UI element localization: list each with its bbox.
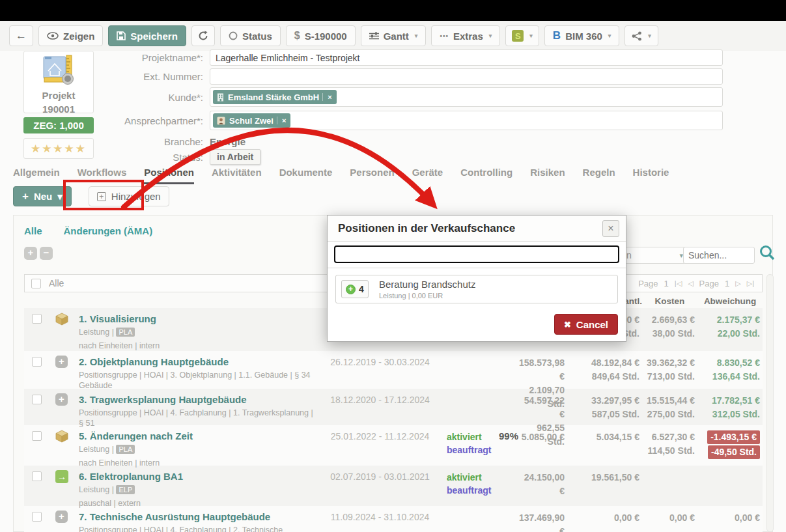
tab-workflows[interactable]: Workflows <box>77 167 127 184</box>
ansprechpartner-field[interactable]: Schul Zwei × <box>210 111 723 130</box>
add-item-count-button[interactable]: + 4 <box>341 280 369 298</box>
speichern-label: Speichern <box>130 31 178 42</box>
bim360-icon: B <box>553 29 561 42</box>
value-anteil: 0,00 € <box>567 506 642 532</box>
refresh-button[interactable] <box>191 25 215 46</box>
expand-all-button[interactable]: + <box>24 247 37 260</box>
gantt-button[interactable]: Gantt ▾ <box>361 25 427 46</box>
position-title-link[interactable]: 7. Technische Ausrüstung Hauptgebäude <box>79 511 315 523</box>
bim360-label: BIM 360 <box>565 31 602 42</box>
sales-number-button[interactable]: $ S-190000 <box>286 25 356 46</box>
row-checkbox[interactable] <box>32 431 42 441</box>
green-arrow-icon: → <box>55 470 68 483</box>
row-checkbox[interactable] <box>32 357 42 367</box>
value-abweichung: 0,00 € <box>697 506 763 532</box>
position-percent <box>499 506 518 532</box>
remove-ansprechpartner-icon[interactable]: × <box>277 117 290 124</box>
neu-button[interactable]: + Neu ▾ <box>13 186 72 206</box>
speichern-button[interactable]: Speichern <box>108 25 186 46</box>
position-status-cell <box>430 506 499 532</box>
share-icon <box>632 31 642 41</box>
expand-plus-icon[interactable]: + <box>55 511 68 523</box>
expand-plus-icon[interactable]: + <box>55 393 68 406</box>
position-title-link[interactable]: 1. Visualisierung <box>79 313 315 325</box>
vertical-scrollbar[interactable] <box>766 274 774 532</box>
collapse-all-button[interactable]: − <box>40 247 53 260</box>
position-title-link[interactable]: 6. Elektroplanung BA1 <box>79 470 315 483</box>
value-abweichung: -1.493,15 €-49,50 Std. <box>697 425 763 468</box>
select-all-checkbox[interactable] <box>31 279 41 288</box>
tab-risiken[interactable]: Risiken <box>530 167 565 184</box>
position-subtitle: Leistung | PLA <box>79 444 315 455</box>
position-title-link[interactable]: 5. Änderungen nach Zeit <box>79 430 315 442</box>
row-checkbox[interactable] <box>32 471 42 481</box>
projektname-field[interactable] <box>210 49 723 66</box>
pagination-nav-icon[interactable]: ▷| <box>747 279 754 288</box>
kunde-tag: Emsland Stärke GmbH × <box>213 90 337 104</box>
ext-nummer-field[interactable] <box>210 68 723 85</box>
main-toolbar: ← Zeigen Speichern Status $ S-190000 Gan… <box>0 21 786 51</box>
expand-plus-icon[interactable]: + <box>55 356 68 368</box>
value-kosten-line: 0,00 € <box>642 511 695 525</box>
value-abweichung-line: -49,50 Std. <box>697 445 760 460</box>
modal-close-button[interactable]: × <box>602 220 619 237</box>
chevron-down-icon: ▾ <box>489 33 492 39</box>
sales-number-label: S-190000 <box>305 31 347 42</box>
status-button[interactable]: Status <box>220 25 281 46</box>
value-anteil-line: 33.297,95 € <box>567 394 639 408</box>
cancel-button[interactable]: ✖ Cancel <box>554 314 618 335</box>
item-title: Beratung Brandschutz <box>379 279 475 290</box>
pagination-nav-icon[interactable]: ◁ <box>688 279 693 288</box>
column-header-abweichung: Abweichung <box>697 296 763 306</box>
extras-label: Extras <box>453 31 483 42</box>
kunde-field[interactable]: Emsland Stärke GmbH × <box>210 87 723 107</box>
tab-regeln[interactable]: Regeln <box>583 167 615 184</box>
remove-kunde-icon[interactable]: × <box>322 93 336 101</box>
value-abweichung-line: 22,00 Std. <box>697 327 760 341</box>
tab-aktivitäten[interactable]: Aktivitäten <box>212 167 262 184</box>
bim360-button[interactable]: B BIM 360 ▾ <box>544 25 620 46</box>
hinzufuegen-button[interactable]: + Hinzufügen <box>89 186 169 206</box>
neu-label: Neu <box>34 191 52 202</box>
tab-geräte[interactable]: Geräte <box>412 167 443 184</box>
tab-controlling[interactable]: Controlling <box>460 167 512 184</box>
zeigen-button[interactable]: Zeigen <box>38 25 103 46</box>
position-title-cell: 6. Elektroplanung BA1Leistung | ELPpausc… <box>79 466 330 508</box>
tab-allgemein[interactable]: Allgemein <box>13 167 60 184</box>
extras-button[interactable]: ••• Extras ▾ <box>431 25 500 46</box>
filter-alle[interactable]: Alle <box>24 225 42 236</box>
position-title-link[interactable]: 2. Objektplanung Hauptgebäude <box>79 356 315 368</box>
filter-aenderungen[interactable]: Änderungen (ÄMA) <box>64 225 153 236</box>
row-checkbox[interactable] <box>32 512 42 522</box>
value-abweichung-line: 312,05 Std. <box>697 408 760 421</box>
share-button[interactable]: ▾ <box>625 25 658 46</box>
boxed-plus-icon: + <box>97 192 106 201</box>
project-form: Projektname*: Ext. Nummer: Kunde*: Emsla… <box>0 49 726 167</box>
position-dates: 02.07.2019 - 03.01.2021 <box>330 466 430 508</box>
s-app-button[interactable]: S ▾ <box>505 25 539 46</box>
value-honorar-line: 137.469,90 € <box>518 511 565 532</box>
search-input[interactable] <box>683 247 755 264</box>
row-checkbox[interactable] <box>32 314 42 324</box>
position-row: →6. Elektroplanung BA1Leistung | ELPpaus… <box>24 466 763 506</box>
search-icon[interactable] <box>759 244 776 264</box>
tab-historie[interactable]: Historie <box>633 167 669 184</box>
value-kosten-line: 713,00 Std. <box>642 370 695 384</box>
pagination-nav-icon[interactable]: ▷ <box>735 279 740 288</box>
status-beauftragt: beauftragt <box>447 484 499 497</box>
top-black-bar <box>0 0 786 21</box>
tab-dokumente[interactable]: Dokumente <box>279 167 333 184</box>
pagination-nav-icon[interactable]: |◁ <box>675 279 682 288</box>
save-icon <box>117 31 126 40</box>
tab-positionen[interactable]: Positionen <box>144 167 194 184</box>
row-icon-cell: → <box>55 466 79 508</box>
value-anteil-line: 19.561,50 € <box>567 471 639 484</box>
refresh-icon <box>198 31 208 41</box>
modal-list-item[interactable]: + 4 Beratung Brandschutz Leistung | 0,00… <box>335 275 618 303</box>
position-title-link[interactable]: 3. Tragwerksplanung Hauptgebäude <box>79 393 315 406</box>
modal-search-input[interactable] <box>334 245 619 263</box>
back-button[interactable]: ← <box>9 25 33 46</box>
tab-personen[interactable]: Personen <box>350 167 394 184</box>
row-checkbox[interactable] <box>32 395 42 404</box>
position-dates: 11.09.2024 - 31.10.2024 <box>330 506 430 532</box>
